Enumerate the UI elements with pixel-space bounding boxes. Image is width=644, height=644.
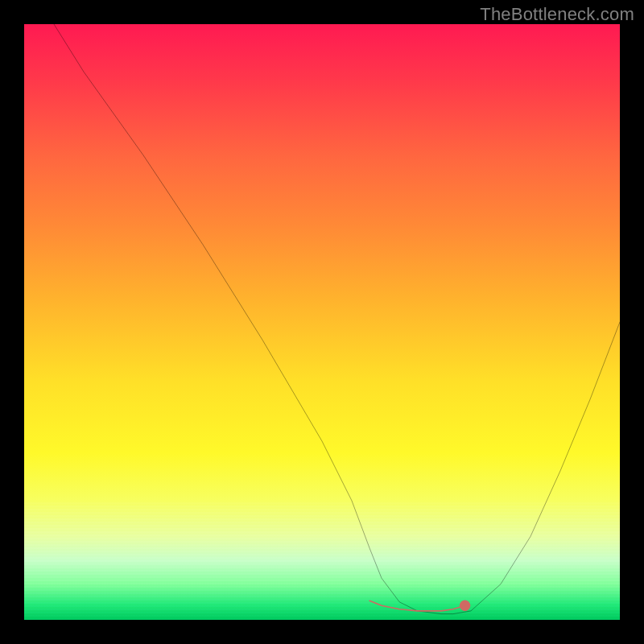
outer-frame: TheBottleneck.com bbox=[0, 0, 644, 644]
chart-svg bbox=[24, 24, 620, 620]
marker-dot bbox=[460, 601, 470, 611]
chart-area bbox=[24, 24, 620, 620]
watermark-text: TheBottleneck.com bbox=[480, 4, 634, 25]
optimal-range-marker bbox=[369, 601, 464, 611]
bottleneck-curve bbox=[54, 24, 620, 614]
